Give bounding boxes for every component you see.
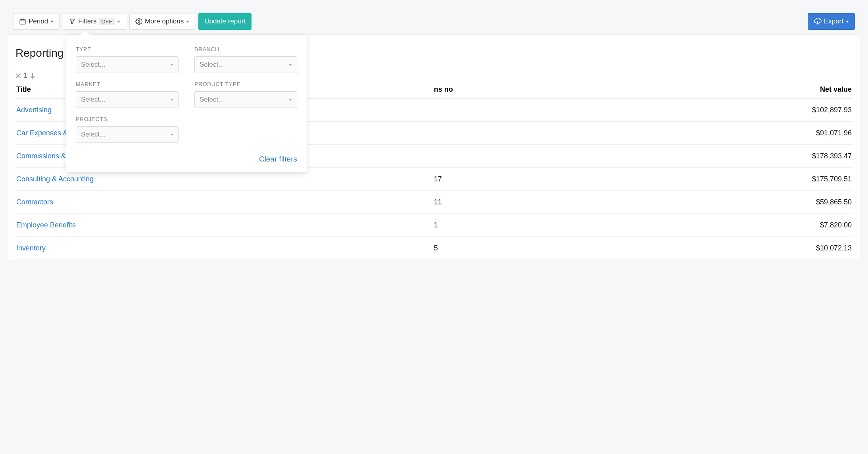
export-label: Export — [824, 17, 843, 25]
svg-rect-0 — [20, 19, 25, 24]
row-net-value: $91,071.96 — [761, 122, 853, 145]
row-net-value: $10,072.13 — [761, 237, 853, 260]
calendar-icon — [19, 18, 26, 25]
filter-label-type: TYPE — [76, 46, 179, 52]
more-options-button[interactable]: More options — [129, 13, 195, 30]
filter-select-projects-value: Select... — [81, 131, 105, 139]
row-title-cell: Employee Benefits — [15, 214, 188, 237]
row-net-value: $178,393.47 — [761, 145, 853, 168]
filter-group-branch: BRANCH Select... — [194, 46, 297, 73]
filter-group-type: TYPE Select... — [76, 46, 179, 73]
row-title-cell: Inventory — [15, 237, 188, 260]
row-title-link[interactable]: Consulting & Accounting — [16, 175, 94, 183]
filters-button[interactable]: Filters OFF — [63, 13, 126, 30]
filter-select-product-type[interactable]: Select... — [194, 91, 297, 108]
row-title-link[interactable]: Advertising — [16, 106, 52, 114]
content-area: Reporting per 1 Title ns no Net value Ad… — [8, 35, 860, 260]
filter-select-product-type-value: Select... — [200, 96, 224, 104]
row-trans-no: 11 — [188, 191, 761, 214]
filters-popover: TYPE Select... BRANCH Select... MARKET — [66, 35, 307, 172]
chevron-down-icon — [170, 134, 173, 136]
gear-icon — [135, 18, 142, 25]
chevron-down-icon — [117, 21, 120, 23]
clear-filters-button[interactable]: Clear filters — [259, 155, 297, 164]
chevron-down-icon — [846, 21, 849, 23]
chevron-down-icon — [50, 21, 54, 23]
filter-label-branch: BRANCH — [194, 46, 297, 52]
svg-point-4 — [138, 21, 140, 23]
report-page: Period Filters OFF More options Update r… — [8, 8, 860, 260]
toolbar: Period Filters OFF More options Update r… — [8, 8, 860, 35]
filter-select-projects[interactable]: Select... — [76, 126, 179, 143]
period-button[interactable]: Period — [13, 13, 60, 30]
filters-badge: OFF — [99, 18, 115, 25]
sort-direction-icon — [29, 72, 36, 79]
update-report-label: Update report — [204, 17, 246, 25]
row-trans-no: 5 — [188, 237, 761, 260]
chevron-down-icon — [170, 64, 173, 66]
update-report-button[interactable]: Update report — [198, 13, 252, 30]
filter-select-market[interactable]: Select... — [76, 91, 179, 108]
table-row: Employee Benefits1$7,820.00 — [15, 214, 853, 237]
filter-select-type[interactable]: Select... — [76, 56, 179, 73]
filter-select-branch-value: Select... — [200, 61, 224, 69]
export-button[interactable]: Export — [808, 13, 855, 30]
row-net-value: $7,820.00 — [761, 214, 853, 237]
filter-label-projects: PROJECTS — [76, 116, 179, 122]
row-net-value: $59,865.50 — [761, 191, 853, 214]
filters-label: Filters — [78, 17, 96, 25]
filter-select-market-value: Select... — [81, 96, 105, 104]
row-trans-no: 1 — [188, 214, 761, 237]
row-title-link[interactable]: Employee Benefits — [16, 221, 76, 229]
filter-icon — [69, 18, 76, 25]
sort-count: 1 — [23, 71, 27, 80]
filter-select-type-value: Select... — [81, 61, 105, 69]
more-options-label: More options — [145, 17, 184, 25]
period-label: Period — [29, 17, 48, 25]
chevron-down-icon — [170, 99, 173, 101]
filter-group-product-type: PRODUCT TYPE Select... — [194, 81, 297, 108]
chevron-down-icon — [289, 64, 292, 66]
row-title-cell: Contractors — [15, 191, 188, 214]
col-net-value[interactable]: Net value — [761, 83, 853, 99]
cloud-download-icon — [814, 18, 822, 25]
row-title-link[interactable]: Contractors — [16, 198, 53, 206]
row-net-value: $175,709.51 — [761, 168, 853, 191]
table-row: Inventory5$10,072.13 — [15, 237, 853, 260]
row-title-link[interactable]: Car Expenses & — [16, 129, 68, 137]
row-title-link[interactable]: Inventory — [16, 244, 46, 252]
filter-group-market: MARKET Select... — [76, 81, 179, 108]
filter-label-market: MARKET — [76, 81, 179, 87]
row-net-value: $102,897.93 — [761, 99, 853, 122]
filter-select-branch[interactable]: Select... — [194, 56, 297, 73]
row-title-link[interactable]: Commissions & — [16, 152, 66, 160]
filter-label-product-type: PRODUCT TYPE — [194, 81, 297, 87]
chevron-down-icon — [186, 21, 189, 23]
table-row: Contractors11$59,865.50 — [15, 191, 853, 214]
clear-sort-icon — [15, 72, 22, 79]
chevron-down-icon — [289, 99, 292, 101]
filter-group-projects: PROJECTS Select... — [76, 116, 179, 143]
